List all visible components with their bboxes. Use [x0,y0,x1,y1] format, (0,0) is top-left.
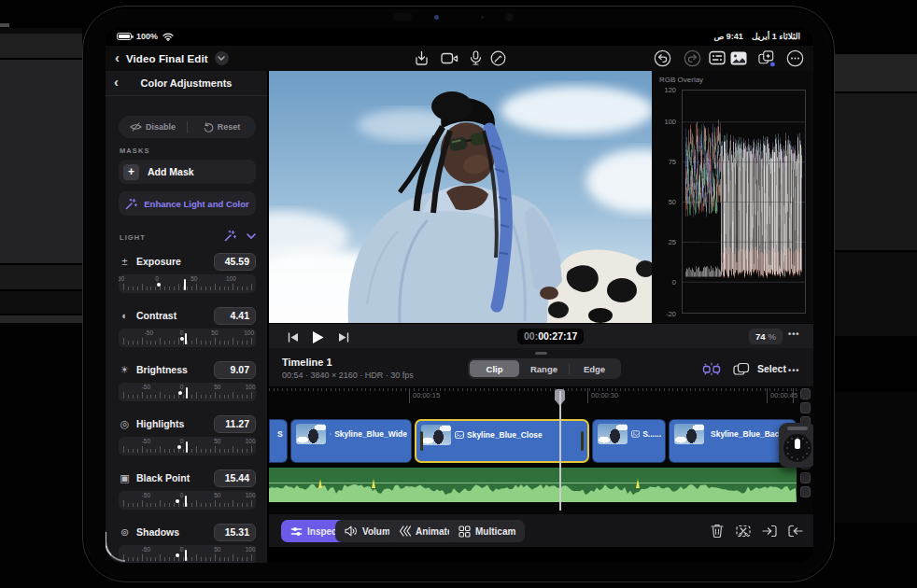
tick [128,557,129,561]
slider-handle[interactable] [185,333,187,344]
brightness-value[interactable]: 9.07 [214,361,256,379]
ruler-tick [699,388,700,391]
ruler-tick [467,388,468,391]
tick [155,341,156,344]
select-tool-icon[interactable] [732,359,751,378]
import-icon[interactable] [412,49,430,67]
insert-clip-icon[interactable] [761,523,777,539]
timeline-more-icon[interactable]: ••• [788,366,799,375]
contrast-value[interactable]: 4.41 [214,307,256,325]
tick [191,503,192,507]
tick [150,503,151,507]
tick [137,449,138,453]
auto-enhance-icon[interactable] [224,230,236,242]
exposure-slider[interactable]: -50050100 [119,274,256,293]
undo-icon[interactable] [653,49,671,67]
brightness-slider[interactable]: -50050100 [119,383,256,401]
slider-handle[interactable] [185,496,187,507]
title-dropdown-button[interactable] [215,51,229,65]
more-icon[interactable] [785,49,804,67]
back-chevron-icon[interactable]: ‹ [115,50,120,64]
project-title[interactable]: Video Final Edit [126,53,208,64]
disable-button[interactable]: Disable [119,122,187,132]
jog-wheel-panel[interactable] [779,423,813,468]
slider-handle[interactable] [186,441,188,453]
clip-s[interactable]: S...... [592,419,666,463]
shadows-value[interactable]: 15.31 [214,524,256,541]
exposure-value[interactable]: 45.59 [214,253,256,271]
viewer[interactable] [269,71,652,323]
enhance-light-color-button[interactable]: Enhance Light and Color [119,191,256,216]
black-point-slider[interactable]: -50050100 [119,491,256,510]
play-button[interactable] [308,328,327,346]
mode-edge[interactable]: Edge [570,360,619,377]
pencil-icon[interactable] [488,49,507,67]
slider-handle[interactable] [184,279,186,290]
scale-label: 50 [214,492,220,498]
clip-sk[interactable]: Sk...... [269,419,288,463]
zoom-slider-segment[interactable] [800,486,811,497]
timeline-name[interactable]: Timeline 1 [282,357,332,368]
clip-thumbnail [421,425,451,445]
tick [183,449,184,453]
backdrop-band [0,60,82,263]
collapse-chevron-icon[interactable] [247,233,256,239]
tick [133,557,134,561]
scale-label: 100 [226,275,236,282]
tick [210,287,211,290]
clip-skyline_blue_background[interactable]: Skyline_Blue_Background [669,419,797,463]
highlights-slider[interactable]: -50050100 [119,437,256,455]
audio-waveform-clip[interactable] [269,468,797,505]
reset-button[interactable]: Reset [188,122,256,133]
ruler-tick [480,388,481,391]
mode-range[interactable]: Range [519,360,569,377]
tick [191,449,192,453]
tick [215,554,216,561]
add-mask-button[interactable]: + Add Mask [119,160,256,184]
blade-icon[interactable] [735,523,751,539]
trim-handle-right[interactable] [581,431,584,451]
trim-handle-left[interactable] [420,431,423,451]
video-frame [269,71,652,323]
magic-wand-icon [125,198,137,210]
highlights-value[interactable]: 11.27 [214,415,256,433]
trash-icon[interactable] [709,523,725,539]
mode-clip[interactable]: Clip [470,360,519,377]
tick [224,395,225,399]
scope-title: RGB Overlay [659,76,703,84]
skip-back-icon[interactable] [284,328,303,346]
clip-skyline_blue_wide[interactable]: Skyline_Blue_Wide [290,419,412,463]
shadows-slider[interactable]: -50050100 [119,545,256,563]
ruler-tick [563,388,564,391]
redo-icon[interactable] [683,49,701,67]
slider-handle[interactable] [186,387,188,399]
zoom-level-button[interactable]: 74% [749,329,783,344]
clip-skyline_blue_close[interactable]: Skyline_Blue_Close [415,419,589,463]
tick [155,287,156,290]
multicam-button[interactable]: Multicam [449,520,525,542]
ruler-tick [642,388,643,391]
jog-dial[interactable] [783,434,811,462]
timeline-drag-handle[interactable] [535,352,547,355]
browser-icon[interactable] [708,49,727,67]
zoom-slider-segment[interactable] [800,402,811,413]
zoom-slider-segment[interactable] [800,388,811,399]
black-point-value[interactable]: 15.44 [214,469,256,487]
effects-icon[interactable] [757,49,776,67]
select-label[interactable]: Select [757,363,786,374]
overwrite-clip-icon[interactable] [787,523,803,539]
viewer-more-icon[interactable]: ••• [788,329,799,339]
slider-handle[interactable] [185,550,187,561]
timeline-ruler[interactable]: 00:00:1500:00:3000:00:45 [269,388,797,404]
camera-icon[interactable] [440,49,458,67]
skip-forward-icon[interactable] [334,328,353,346]
jog-drag-handle[interactable] [787,427,808,430]
mic-icon[interactable] [466,49,485,67]
ruler-major-tick [767,388,768,403]
clip-name: Skyline_Blue_Close [467,430,543,440]
zoom-slider-segment[interactable] [800,472,811,483]
media-icon[interactable] [729,49,748,67]
contrast-slider[interactable]: -50050100 [119,329,256,347]
snapping-icon[interactable] [702,359,721,378]
tick [174,557,175,561]
